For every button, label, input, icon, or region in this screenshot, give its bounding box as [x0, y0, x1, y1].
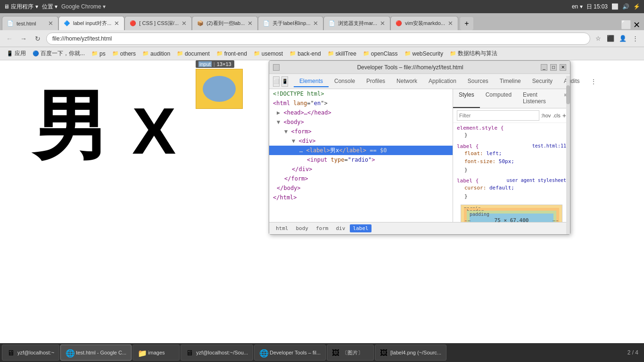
styles-tab-styles[interactable]: Styles — [453, 89, 480, 108]
tab-close-2[interactable]: ✕ — [248, 20, 253, 27]
bookmark-star-icon[interactable]: ☆ — [593, 33, 603, 44]
position-menu[interactable]: 位置 ▾ — [42, 3, 58, 11]
tab-2-label[interactable]: 📦 (2)看到一些lab... ✕ — [192, 16, 258, 30]
bookmark-ps[interactable]: 📁 ps — [89, 49, 108, 58]
address-bar[interactable]: file:///home/yzf/test.html — [46, 33, 590, 45]
breadcrumb-body[interactable]: body — [293, 224, 312, 232]
tab-close-label[interactable]: ✕ — [114, 20, 119, 27]
form-arrow[interactable]: ▼ — [284, 128, 288, 135]
style-selector-element: element.style { — [457, 125, 566, 131]
tab-vim[interactable]: 🔴 vim安装markdo... ✕ — [390, 16, 458, 30]
styles-filter-input[interactable] — [457, 110, 539, 121]
html-lang-attr: lang — [293, 100, 307, 107]
tab-close-vim[interactable]: ✕ — [448, 20, 453, 27]
radio-input-visual — [203, 76, 236, 102]
styles-cls-btn[interactable]: .cls — [553, 113, 561, 118]
tab-application[interactable]: Application — [423, 76, 462, 87]
tab-label-input[interactable]: 🔷 label input对齐... ✕ — [58, 16, 124, 30]
dom-div-open[interactable]: ▼ <div> — [269, 136, 453, 146]
algorithm-folder-icon: 📁 — [450, 50, 456, 57]
bookmark-audition[interactable]: 📁 audition — [140, 49, 173, 58]
dom-label-selected[interactable]: … <label>男x</label> == $0 — [269, 146, 453, 155]
tab-network[interactable]: Network — [391, 76, 423, 87]
taskbar-images-viewer[interactable]: 🖼 〔图片〕 — [327, 345, 374, 361]
bookmark-usemost[interactable]: 📁 usemost — [251, 49, 286, 58]
taskbar-images[interactable]: 📁 images — [132, 345, 180, 361]
taskbar-terminal-1[interactable]: 🖥 yzf@localhost:~ — [2, 345, 59, 361]
html-open-tag: <html — [273, 100, 290, 107]
chrome-cast-icon[interactable]: ⬛ — [605, 33, 616, 44]
window-close[interactable]: ✕ — [633, 20, 640, 30]
head-arrow[interactable]: ▶ — [277, 109, 280, 116]
window-minimize[interactable]: ⬜ — [621, 20, 631, 30]
dom-input[interactable]: <input type="radio"> — [269, 155, 453, 165]
styles-tab-computed[interactable]: Computed — [480, 89, 517, 108]
devtools-btn-left — [273, 64, 280, 71]
tab-browser[interactable]: 📄 浏览器支持mar... ✕ — [323, 16, 390, 30]
tab-icon-browser: 📄 — [329, 20, 335, 27]
bookmark-others[interactable]: 📁 others — [109, 49, 139, 58]
images-label: images — [148, 350, 165, 355]
dom-form-open[interactable]: ▼ <form> — [269, 127, 453, 136]
devtools-tabs-more[interactable]: ⋮ — [587, 76, 600, 87]
tab-test-html[interactable]: 📄 test.html ✕ — [2, 16, 58, 30]
back-button[interactable]: ← — [4, 33, 15, 44]
label-selector: label { — [457, 143, 479, 149]
bookmark-baidu[interactable]: 🔵 百度一下，你就... — [30, 49, 88, 58]
tab-close-browser[interactable]: ✕ — [380, 20, 385, 27]
datetime: 日 15:03 — [586, 3, 608, 11]
div-close-tag: </div> — [292, 166, 312, 173]
tab-security[interactable]: Security — [527, 76, 558, 87]
devtools-device-btn[interactable]: 📱 — [281, 76, 288, 87]
bookmark-algorithm[interactable]: 📁 数据结构与算法 — [447, 49, 500, 58]
tab-css[interactable]: 🔴 [ CSS ] CSS深/... ✕ — [124, 16, 192, 30]
tab-audits[interactable]: Audits — [558, 76, 585, 87]
styles-add-btn[interactable]: + — [562, 112, 566, 119]
tab-profiles[interactable]: Profiles — [361, 76, 391, 87]
breadcrumb-html[interactable]: html — [273, 224, 291, 232]
styles-hov-btn[interactable]: :hov — [541, 113, 551, 118]
devtools-minimize-btn[interactable]: _ — [541, 64, 547, 71]
bookmark-openclass[interactable]: 📁 openClass — [360, 49, 401, 58]
tab-console[interactable]: Console — [329, 76, 361, 87]
dom-body-open[interactable]: ▼ <body> — [269, 117, 453, 127]
bookmark-apps[interactable]: 📱 应用 — [4, 49, 29, 58]
breadcrumb-form[interactable]: form — [313, 224, 331, 232]
tab-timeline[interactable]: Timeline — [494, 76, 527, 87]
taskbar-chrome-test[interactable]: 🌐 test.html - Google C... — [60, 345, 132, 361]
devtools-restore-btn[interactable]: □ — [550, 64, 557, 71]
tab-sources[interactable]: Sources — [462, 76, 494, 87]
styles-scrollbar[interactable] — [566, 89, 570, 222]
app-menu[interactable]: 🖥 应用程序 ▾ — [4, 3, 38, 11]
menu-icon[interactable]: ⋮ — [630, 33, 640, 44]
styles-scrollbar-thumb[interactable] — [566, 89, 570, 104]
tab-elements[interactable]: Elements — [294, 76, 329, 87]
bookmark-backend[interactable]: 📁 back-end — [287, 49, 323, 58]
bookmark-frontend[interactable]: 📁 front-end — [214, 49, 250, 58]
taskbar-terminal-2[interactable]: 🖥 yzf@localhost:~/Sou... — [181, 345, 253, 361]
devtools-toolbar: ⬜ 📱 Elements Console Profiles Network Ap… — [269, 74, 570, 89]
new-tab-button[interactable]: + — [460, 17, 473, 30]
tab-close-css[interactable]: ✕ — [182, 20, 187, 27]
fontsize-prop: font-size: — [464, 158, 495, 165]
breadcrumb-label[interactable]: label — [350, 224, 371, 232]
bookmark-document[interactable]: 📁 document — [174, 49, 213, 58]
tab-close-about[interactable]: ✕ — [313, 20, 318, 27]
tab-close-test[interactable]: ✕ — [48, 20, 53, 27]
tab-about-label[interactable]: 📄 关于label和inp... ✕ — [258, 16, 323, 30]
forward-button[interactable]: → — [18, 33, 29, 44]
dom-head[interactable]: ▶ <head>…</head> — [269, 108, 453, 117]
devtools-close-btn[interactable]: ✕ — [560, 64, 566, 71]
user-icon[interactable]: 👤 — [618, 33, 628, 44]
bookmark-skilltree[interactable]: 📁 skillTree — [325, 49, 359, 58]
taskbar-label4[interactable]: 🖼 [label4.png (~/Sourc... — [375, 345, 446, 361]
refresh-button[interactable]: ↻ — [32, 33, 43, 44]
styles-tab-event-listeners[interactable]: Event Listeners — [517, 89, 561, 108]
devtools-inspect-btn[interactable]: ⬜ — [273, 76, 280, 87]
body-arrow[interactable]: ▼ — [277, 119, 280, 125]
form-tag: <form> — [291, 128, 311, 135]
bookmark-websecurity[interactable]: 📁 webSecurity — [402, 49, 446, 58]
breadcrumb-div[interactable]: div — [333, 224, 348, 232]
div-arrow[interactable]: ▼ — [292, 138, 295, 144]
taskbar-devtools[interactable]: 🌐 Developer Tools – fil... — [254, 345, 326, 361]
